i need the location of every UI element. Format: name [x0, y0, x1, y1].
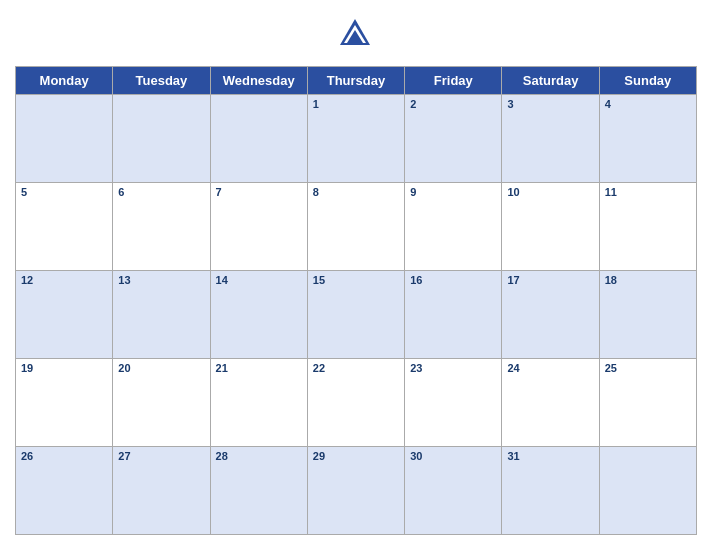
day-number: 14 — [216, 274, 228, 286]
day-number: 18 — [605, 274, 617, 286]
day-cell: 16 — [405, 271, 502, 359]
day-cell: 11 — [600, 183, 697, 271]
day-number: 2 — [410, 98, 416, 110]
day-header-sunday: Sunday — [600, 67, 697, 95]
day-cell — [211, 95, 308, 183]
day-number: 3 — [507, 98, 513, 110]
day-cell: 3 — [502, 95, 599, 183]
day-cell: 5 — [16, 183, 113, 271]
day-cell — [16, 95, 113, 183]
day-header-tuesday: Tuesday — [113, 67, 210, 95]
day-cell: 22 — [308, 359, 405, 447]
calendar-grid: MondayTuesdayWednesdayThursdayFridaySatu… — [15, 66, 697, 535]
day-cell: 26 — [16, 447, 113, 535]
day-number: 24 — [507, 362, 519, 374]
logo-area — [336, 15, 377, 53]
day-header-wednesday: Wednesday — [211, 67, 308, 95]
day-number: 1 — [313, 98, 319, 110]
day-cell: 9 — [405, 183, 502, 271]
day-number: 16 — [410, 274, 422, 286]
day-cell: 30 — [405, 447, 502, 535]
day-cell: 2 — [405, 95, 502, 183]
day-cell: 12 — [16, 271, 113, 359]
week-row-5: 262728293031 — [16, 447, 697, 535]
week-row-2: 567891011 — [16, 183, 697, 271]
day-number: 15 — [313, 274, 325, 286]
day-cell: 6 — [113, 183, 210, 271]
day-cell — [600, 447, 697, 535]
day-cell: 27 — [113, 447, 210, 535]
day-number: 27 — [118, 450, 130, 462]
weeks-container: 1234567891011121314151617181920212223242… — [16, 95, 697, 535]
day-number: 8 — [313, 186, 319, 198]
day-number: 23 — [410, 362, 422, 374]
day-number: 21 — [216, 362, 228, 374]
calendar-header — [15, 10, 697, 58]
logo-icon — [336, 15, 374, 53]
day-number: 20 — [118, 362, 130, 374]
day-cell: 19 — [16, 359, 113, 447]
day-cell: 7 — [211, 183, 308, 271]
day-cell: 1 — [308, 95, 405, 183]
day-number: 17 — [507, 274, 519, 286]
day-number: 22 — [313, 362, 325, 374]
week-row-4: 19202122232425 — [16, 359, 697, 447]
day-cell: 29 — [308, 447, 405, 535]
day-cell: 13 — [113, 271, 210, 359]
day-headers-row: MondayTuesdayWednesdayThursdayFridaySatu… — [16, 67, 697, 95]
day-number: 9 — [410, 186, 416, 198]
week-row-3: 12131415161718 — [16, 271, 697, 359]
day-cell: 14 — [211, 271, 308, 359]
day-number: 26 — [21, 450, 33, 462]
day-cell: 21 — [211, 359, 308, 447]
day-number: 7 — [216, 186, 222, 198]
day-header-saturday: Saturday — [502, 67, 599, 95]
day-cell: 8 — [308, 183, 405, 271]
day-number: 13 — [118, 274, 130, 286]
day-number: 29 — [313, 450, 325, 462]
day-number: 10 — [507, 186, 519, 198]
day-cell: 31 — [502, 447, 599, 535]
day-number: 31 — [507, 450, 519, 462]
day-number: 5 — [21, 186, 27, 198]
day-number: 4 — [605, 98, 611, 110]
day-cell: 28 — [211, 447, 308, 535]
day-number: 28 — [216, 450, 228, 462]
day-header-monday: Monday — [16, 67, 113, 95]
day-cell: 15 — [308, 271, 405, 359]
day-cell: 20 — [113, 359, 210, 447]
day-cell — [113, 95, 210, 183]
day-cell: 25 — [600, 359, 697, 447]
day-cell: 17 — [502, 271, 599, 359]
week-row-1: 1234 — [16, 95, 697, 183]
day-cell: 23 — [405, 359, 502, 447]
day-cell: 4 — [600, 95, 697, 183]
day-cell: 18 — [600, 271, 697, 359]
day-number: 12 — [21, 274, 33, 286]
day-number: 30 — [410, 450, 422, 462]
day-number: 11 — [605, 186, 617, 198]
day-number: 25 — [605, 362, 617, 374]
calendar-container: MondayTuesdayWednesdayThursdayFridaySatu… — [0, 0, 712, 550]
day-header-friday: Friday — [405, 67, 502, 95]
day-number: 19 — [21, 362, 33, 374]
day-header-thursday: Thursday — [308, 67, 405, 95]
day-number: 6 — [118, 186, 124, 198]
day-cell: 24 — [502, 359, 599, 447]
day-cell: 10 — [502, 183, 599, 271]
